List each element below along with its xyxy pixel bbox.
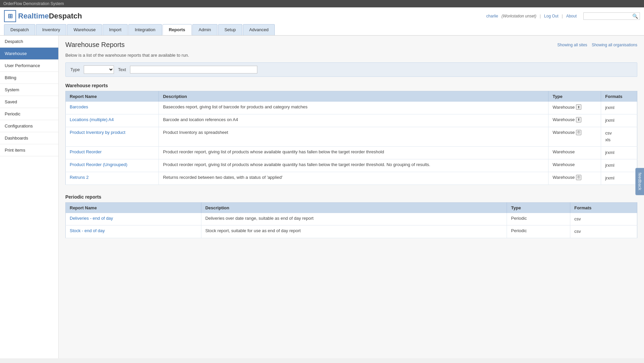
search-box: 🔍 <box>583 12 640 20</box>
circle-c-icon: © <box>576 175 581 180</box>
table-row: Deliveries - end of dayDeliveries over d… <box>66 213 637 225</box>
report-type: Warehouse <box>553 130 575 135</box>
table-row: Retruns 2Returns recorded between two da… <box>66 172 637 185</box>
sidebar: DespatchWarehouseUser PerformanceBilling… <box>0 36 59 358</box>
col-header-description: Description <box>201 202 507 213</box>
col-header-type: Type <box>549 91 601 102</box>
report-formats: csv <box>570 225 637 238</box>
col-header-formats: Formats <box>601 91 637 102</box>
table-row: Product ReorderProduct reorder report, g… <box>66 147 637 159</box>
header-links: charlie (Workstation unset) | Log Out | … <box>486 12 640 20</box>
sidebar-item-print-items[interactable]: Print items <box>0 144 58 156</box>
nav-tab-despatch[interactable]: Despatch <box>4 24 35 35</box>
report-type: Warehouse <box>553 105 575 110</box>
col-header-report-name: Report Name <box>66 202 201 213</box>
nav-tab-integration[interactable]: Integration <box>128 24 162 35</box>
sidebar-item-warehouse[interactable]: Warehouse <box>0 48 58 60</box>
table-row: Product Inventory by productProduct Inve… <box>66 127 637 147</box>
report-formats: jrxml <box>601 147 637 159</box>
text-filter-label: Text <box>118 67 126 72</box>
content-header: Warehouse Reports Showing all sites Show… <box>65 41 637 49</box>
nav-tab-admin[interactable]: Admin <box>192 24 217 35</box>
nav-tab-setup[interactable]: Setup <box>218 24 242 35</box>
type-filter-label: Type <box>70 67 80 72</box>
top-bar-title: OrderFlow Demonstration System <box>3 1 64 6</box>
report-type: Warehouse <box>553 162 575 167</box>
report-description: Product reorder report, giving list of p… <box>159 147 549 159</box>
periodic-section-title: Periodic reports <box>65 194 637 200</box>
report-description: Product reorder report, giving list of p… <box>159 159 549 172</box>
top-bar: OrderFlow Demonstration System <box>0 0 644 7</box>
report-description: Basecodes report, giving list of barcode… <box>159 102 549 114</box>
sidebar-item-user-performance[interactable]: User Performance <box>0 60 58 72</box>
logo: ⊞ RealtimeDespatch <box>4 10 82 22</box>
report-formats: csv <box>570 213 637 225</box>
page-title: Warehouse Reports <box>65 41 125 49</box>
content-area: Warehouse Reports Showing all sites Show… <box>59 36 644 358</box>
logo-icon: ⊞ <box>4 10 16 22</box>
filter-row: Type Text <box>65 62 637 77</box>
content-header-links: Showing all sites Showing all organisati… <box>554 43 637 47</box>
report-description: Stock report, suitable for use as end of… <box>201 225 507 238</box>
description: Below is a list of the warehouse reports… <box>65 53 637 58</box>
col-header-report-name: Report Name <box>66 91 159 102</box>
report-formats: jrxml <box>601 159 637 172</box>
warehouse-section-title: Warehouse reports <box>65 83 637 88</box>
user-link[interactable]: charlie <box>486 14 498 18</box>
search-input[interactable] <box>585 14 632 18</box>
report-link[interactable]: Stock - end of day <box>70 228 105 233</box>
report-type: Periodic <box>511 228 527 233</box>
report-formats: jrxml <box>601 114 637 127</box>
report-link[interactable]: Product Reorder (Ungrouped) <box>70 162 127 167</box>
feedback-tab[interactable]: feedback <box>636 168 644 195</box>
sidebar-item-despatch[interactable]: Despatch <box>0 36 58 48</box>
text-filter-input[interactable] <box>130 66 257 73</box>
upload-icon: ⬆ <box>576 117 581 122</box>
table-row: BarcodesBasecodes report, giving list of… <box>66 102 637 114</box>
sidebar-item-dashboards[interactable]: Dashboards <box>0 132 58 144</box>
table-row: Locations (multiple) A4Barcode and locat… <box>66 114 637 127</box>
report-link[interactable]: Product Inventory by product <box>70 130 125 135</box>
table-row: Stock - end of dayStock report, suitable… <box>66 225 637 238</box>
report-formats: jrxml <box>601 172 637 185</box>
table-row: Product Reorder (Ungrouped)Product reord… <box>66 159 637 172</box>
main-layout: DespatchWarehouseUser PerformanceBilling… <box>0 36 644 358</box>
logo-realtime: Realtime <box>18 12 49 20</box>
about-link[interactable]: About <box>566 14 577 18</box>
report-link[interactable]: Deliveries - end of day <box>70 216 113 221</box>
upload-icon: ⬆ <box>576 104 581 110</box>
nav-tabs: DespatchInventoryWarehouseImportIntegrat… <box>4 24 640 35</box>
nav-tab-inventory[interactable]: Inventory <box>36 24 66 35</box>
sidebar-item-billing[interactable]: Billing <box>0 72 58 84</box>
circle-c-icon: © <box>576 130 581 135</box>
showing-sites-link[interactable]: Showing all sites <box>557 43 587 47</box>
sidebar-item-configurations[interactable]: Configurations <box>0 120 58 132</box>
sidebar-item-periodic[interactable]: Periodic <box>0 108 58 120</box>
nav-tab-import[interactable]: Import <box>103 24 128 35</box>
logout-link[interactable]: Log Out <box>544 14 559 18</box>
periodic-reports-table: Report NameDescriptionTypeFormatsDeliver… <box>65 202 637 239</box>
header: ⊞ RealtimeDespatch charlie (Workstation … <box>0 7 644 36</box>
col-header-formats: Formats <box>570 202 637 213</box>
report-link[interactable]: Product Reorder <box>70 149 102 154</box>
type-filter-select[interactable] <box>84 65 114 74</box>
nav-tab-reports[interactable]: Reports <box>163 24 192 35</box>
report-type: Warehouse <box>553 149 575 154</box>
warehouse-reports-table: Report NameDescriptionTypeFormatsBarcode… <box>65 91 637 185</box>
report-link[interactable]: Locations (multiple) A4 <box>70 117 114 122</box>
report-type: Periodic <box>511 216 527 221</box>
col-header-description: Description <box>159 91 549 102</box>
showing-organisations-link[interactable]: Showing all organisations <box>592 43 637 47</box>
report-link[interactable]: Barcodes <box>70 104 88 109</box>
logo-text: RealtimeDespatch <box>18 12 82 20</box>
nav-tab-warehouse[interactable]: Warehouse <box>67 24 102 35</box>
report-description: Barcode and location references on A4 <box>159 114 549 127</box>
col-header-type: Type <box>507 202 570 213</box>
nav-tab-advanced[interactable]: Advanced <box>243 24 275 35</box>
report-link[interactable]: Retruns 2 <box>70 175 88 180</box>
sidebar-item-system[interactable]: System <box>0 84 58 96</box>
search-icon[interactable]: 🔍 <box>632 13 638 19</box>
report-description: Returns recorded between two dates, with… <box>159 172 549 185</box>
sidebar-item-saved[interactable]: Saved <box>0 96 58 108</box>
report-description: Product Inventory as spreadsheet <box>159 127 549 147</box>
